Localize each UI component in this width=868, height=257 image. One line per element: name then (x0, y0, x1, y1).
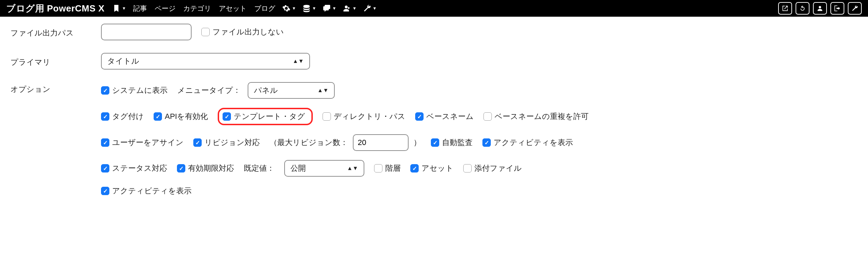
nav-item-assets[interactable]: アセット (217, 4, 249, 13)
template-tag-group[interactable]: テンプレート・タグ (223, 111, 305, 122)
show-in-system-checkbox[interactable] (101, 86, 109, 95)
brand-title: ブログ用 PowerCMS X (6, 2, 104, 15)
no-file-output-checkbox[interactable] (201, 28, 210, 36)
max-revisions-close: ） (413, 137, 421, 148)
template-tag-checkbox[interactable] (223, 112, 231, 121)
revision-group[interactable]: リビジョン対応 (193, 137, 260, 148)
max-revisions-input[interactable] (353, 134, 409, 151)
directory-path-group[interactable]: ディレクトリ・パス (323, 111, 405, 122)
auto-audit-label: 自動監査 (442, 137, 473, 148)
settings-menu[interactable]: ▼ (281, 4, 297, 13)
refresh-icon (799, 5, 806, 12)
menu-type-select[interactable]: パネル ▲▼ (248, 82, 335, 99)
menu-type-value: パネル (254, 85, 278, 96)
database-menu[interactable]: ▼ (301, 4, 318, 13)
primary-select-value: タイトル (107, 56, 139, 66)
select-caret-icon: ▲▼ (347, 166, 358, 171)
caret-down-icon: ▼ (292, 6, 296, 11)
basename-checkbox[interactable] (415, 112, 424, 121)
file-output-path-input[interactable] (101, 24, 192, 40)
assign-user-checkbox[interactable] (101, 138, 109, 147)
label-primary: プライマリ (10, 55, 101, 67)
hierarchy-checkbox[interactable] (374, 164, 382, 172)
bookmark-menu[interactable]: ▼ (111, 4, 127, 13)
allow-basename-dup-group[interactable]: ベースネームの重複を許可 (483, 111, 589, 122)
logout-button[interactable] (830, 2, 844, 15)
nav-item-categories[interactable]: カテゴリ (181, 4, 213, 13)
enable-api-checkbox[interactable] (154, 112, 162, 121)
default-select-value: 公開 (290, 163, 306, 174)
show-activity2-label: アクティビティを表示 (112, 186, 192, 196)
tagging-group[interactable]: タグ付け (101, 111, 144, 122)
hierarchy-group[interactable]: 階層 (374, 163, 401, 174)
show-activity-group[interactable]: アクティビティを表示 (482, 137, 573, 148)
asset-checkbox[interactable] (410, 164, 419, 172)
row-primary: プライマリ タイトル ▲▼ (10, 53, 858, 70)
template-tag-label: テンプレート・タグ (234, 111, 305, 122)
basename-label: ベースネーム (426, 111, 474, 122)
asset-label: アセット (421, 163, 454, 174)
select-caret-icon: ▲▼ (317, 88, 328, 93)
refresh-button[interactable] (796, 2, 809, 15)
user-button[interactable] (813, 2, 827, 15)
allow-basename-dup-label: ベースネームの重複を許可 (495, 111, 589, 122)
row-file-output-path: ファイル出力パス ファイル出力しない (10, 24, 858, 40)
revision-label: リビジョン対応 (204, 137, 260, 148)
show-activity2-group[interactable]: アクティビティを表示 (101, 186, 192, 196)
user-add-menu[interactable]: ▼ (341, 4, 358, 13)
attachment-group[interactable]: 添付ファイル (463, 163, 522, 174)
auto-audit-group[interactable]: 自動監査 (431, 137, 473, 148)
database-icon (302, 4, 311, 13)
directory-path-label: ディレクトリ・パス (334, 111, 405, 122)
show-in-system-label: システムに表示 (112, 85, 168, 96)
external-link-button[interactable] (778, 2, 792, 15)
label-options: オプション (10, 82, 101, 95)
basename-group[interactable]: ベースネーム (415, 111, 474, 122)
allow-basename-dup-checkbox[interactable] (483, 112, 492, 121)
row-options: オプション システムに表示 メニュータイプ： パネル ▲▼ タグ付け (10, 82, 858, 196)
wrench-icon (363, 4, 371, 13)
default-label: 既定値： (244, 163, 274, 174)
show-activity2-checkbox[interactable] (101, 187, 109, 195)
show-activity-checkbox[interactable] (482, 138, 491, 147)
assign-user-group[interactable]: ユーザーをアサイン (101, 137, 184, 148)
status-group[interactable]: ステータス対応 (101, 163, 167, 174)
tagging-checkbox[interactable] (101, 112, 109, 121)
status-checkbox[interactable] (101, 164, 109, 172)
show-activity-label: アクティビティを表示 (494, 137, 573, 148)
bookmark-icon (112, 4, 121, 13)
expiry-group[interactable]: 有効期限対応 (177, 163, 234, 174)
enable-api-label: APIを有効化 (165, 111, 208, 122)
asset-group[interactable]: アセット (410, 163, 454, 174)
primary-select[interactable]: タイトル ▲▼ (101, 53, 310, 70)
directory-path-checkbox[interactable] (323, 112, 331, 121)
assign-user-label: ユーザーをアサイン (112, 137, 184, 148)
attachment-label: 添付ファイル (474, 163, 522, 174)
show-in-system-group[interactable]: システムに表示 (101, 85, 168, 96)
auto-audit-checkbox[interactable] (431, 138, 439, 147)
caret-down-icon: ▼ (373, 6, 377, 11)
enable-api-group[interactable]: APIを有効化 (154, 111, 208, 122)
nav-item-articles[interactable]: 記事 (131, 4, 149, 13)
caret-down-icon: ▼ (332, 6, 336, 11)
default-select[interactable]: 公開 ▲▼ (284, 160, 364, 177)
expiry-checkbox[interactable] (177, 164, 185, 172)
user-icon (816, 5, 823, 12)
attachment-checkbox[interactable] (463, 164, 472, 172)
nav-item-blog[interactable]: ブログ (252, 4, 277, 13)
template-tag-highlight: テンプレート・タグ (218, 108, 313, 125)
nav-item-pages[interactable]: ページ (153, 4, 178, 13)
expiry-label: 有効期限対応 (188, 163, 234, 174)
tools-menu[interactable]: ▼ (362, 4, 378, 13)
tagging-label: タグ付け (112, 111, 144, 122)
logout-icon (834, 5, 841, 12)
build-button[interactable] (848, 2, 862, 15)
no-file-output-checkbox-group[interactable]: ファイル出力しない (201, 27, 284, 37)
external-link-icon (782, 5, 789, 12)
status-label: ステータス対応 (112, 163, 167, 174)
navbar: ブログ用 PowerCMS X ▼ 記事 ページ カテゴリ アセット ブログ ▼… (0, 0, 868, 17)
revision-checkbox[interactable] (193, 138, 202, 147)
caret-down-icon: ▼ (312, 6, 316, 11)
comments-menu[interactable]: ▼ (321, 4, 338, 13)
no-file-output-label: ファイル出力しない (212, 27, 284, 37)
